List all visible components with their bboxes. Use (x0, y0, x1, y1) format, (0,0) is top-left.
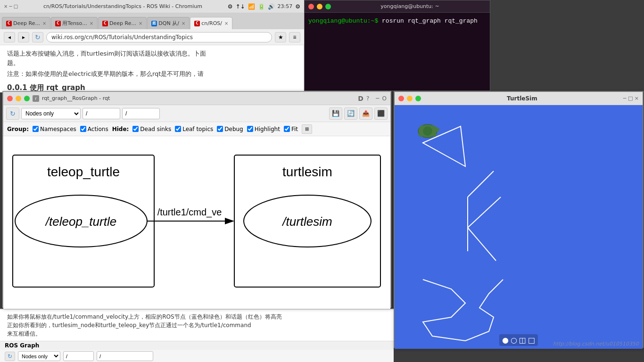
ros-graph-bar: ROS Graph (0, 341, 394, 350)
rqt-info-btn[interactable]: ? (366, 95, 369, 102)
terminal-content: yongqiang@ubuntu:~$ rosrun rqt_graph rqt… (305, 13, 490, 30)
namespaces-checkbox-label[interactable]: Namespaces (33, 126, 76, 132)
tab-5-close[interactable]: × (224, 21, 228, 26)
debug-label: Debug (224, 126, 243, 132)
terminal-titlebar: yongqiang@ubuntu: ~ (305, 0, 490, 13)
bottom-line-2: 正如你所看到的，turtlesim_node和turtle_teleop_key… (7, 321, 387, 329)
tab-1-icon: C (6, 21, 12, 26)
browser-system-icons: ⚙ ↑↓ 📶 🔋 🔊 23:57 ⚙ (228, 3, 300, 10)
debug-checkbox-label[interactable]: Debug (217, 126, 243, 132)
tab-4[interactable]: 图 DQN 从/ × (147, 17, 190, 29)
bottom-line-3: 来互相通信。 (7, 329, 387, 338)
rqt-view-select[interactable]: Nodes only Nodes/Topics (all) Topics onl… (21, 108, 81, 119)
rqt-dock-btn[interactable]: O (382, 95, 387, 102)
rqt-filter2-input[interactable] (122, 108, 160, 119)
rqt-close-btn[interactable] (7, 96, 13, 101)
tab-5-icon: C (194, 21, 200, 26)
fit-checkbox-label[interactable]: Fit (284, 126, 298, 132)
terminal-max-btn[interactable] (325, 4, 331, 9)
tab-3-close[interactable]: × (139, 21, 142, 26)
tab-1[interactable]: C Deep Re... × (2, 17, 50, 29)
bookmark-button[interactable]: ★ (275, 32, 286, 42)
turtlesim-min-btn[interactable] (407, 96, 413, 101)
rqt-export-button[interactable]: 📤 (359, 107, 372, 120)
turtle-trails (423, 126, 503, 341)
dead-sinks-checkbox-label[interactable]: Dead sinks (132, 126, 171, 132)
bottom-filter2[interactable] (97, 351, 153, 361)
control-btn-4[interactable]: □ (528, 336, 535, 345)
browser-content-top: 话题上发布按键输入消息，而turtlesim则订阅该话题以接收该消息。卜面 题。… (0, 45, 304, 92)
debug-checkbox[interactable] (217, 126, 223, 132)
tab-1-close[interactable]: × (42, 21, 46, 26)
rqt-filter1-input[interactable] (83, 108, 120, 119)
graph-svg: teleop_turtle /teleop_turtle turtlesim /… (3, 136, 390, 309)
rqt-max-btn[interactable] (24, 96, 30, 101)
browser-tab-bar: C Deep Re... × C 用Tenso... × C Deep Re..… (0, 13, 304, 29)
ros-graph-label: ROS Graph (5, 342, 39, 349)
tab-2-icon: C (55, 21, 61, 26)
highlight-label: Highlight (255, 126, 280, 132)
rqt-reload-button[interactable]: 🔄 (344, 107, 357, 120)
rqt-save-button[interactable]: 💾 (329, 107, 342, 120)
refresh-button[interactable]: ↻ (32, 32, 43, 42)
highlight-checkbox-label[interactable]: Highlight (247, 126, 280, 132)
turtlesim-canvas: ● ○ ◫ □ http://blog.csdn.net/u010510350 (395, 105, 643, 349)
control-btn-3[interactable]: ◫ (519, 336, 526, 345)
dead-sinks-checkbox[interactable] (132, 126, 139, 132)
leaf-topics-checkbox-label[interactable]: Leaf topics (175, 126, 213, 132)
rqt-help-btn[interactable]: D (358, 95, 363, 102)
bottom-refresh-btn[interactable]: ↻ (5, 352, 15, 361)
tab-3-icon: C (102, 21, 108, 26)
edge-label: /turtle1/cmd_ve (157, 207, 222, 218)
turtlesim-close-btn[interactable] (398, 96, 404, 101)
bottom-line-1: 如果你将鼠标放在/turtle1/command_velocity上方，相应的R… (7, 313, 387, 321)
tab-2-close[interactable]: × (90, 21, 93, 26)
bottom-view-select[interactable]: Nodes only (18, 351, 60, 361)
rqt-snap-button[interactable]: ⬛ (374, 107, 388, 120)
tab-5-active[interactable]: C cn/ROS/ × (190, 17, 232, 29)
bottom-filter1[interactable] (63, 351, 94, 361)
fit-button[interactable]: ⊞ (302, 124, 312, 134)
battery-icon: 🔋 (258, 3, 265, 10)
rqt-titlebar: r rqt_graph__RosGraph - rqt D ? ─ O (3, 92, 390, 105)
namespaces-checkbox[interactable] (33, 126, 39, 132)
svg-line-3 (468, 171, 494, 197)
browser-nav-bar: ◂ ▸ ↻ wiki.ros.org/cn/ROS/Tutorials/Unde… (0, 29, 304, 45)
tab-3[interactable]: C Deep Re... × (98, 17, 147, 29)
rqt-float-btn[interactable]: ─ (376, 95, 379, 102)
control-btn-1[interactable]: ● (502, 336, 509, 345)
actions-label: Actions (88, 126, 108, 132)
dead-sinks-label: Dead sinks (140, 126, 171, 132)
actions-checkbox-label[interactable]: Actions (80, 126, 108, 132)
fit-checkbox[interactable] (284, 126, 290, 132)
tab-2[interactable]: C 用Tenso... × (51, 17, 98, 29)
turtlesim-resize-btn[interactable]: ─ □ × (623, 95, 639, 101)
rqt-min-btn[interactable] (16, 96, 21, 101)
tab-4-close[interactable]: × (182, 21, 185, 26)
turtlesim-title-text: TurtleSim (424, 95, 620, 102)
tab-5-label: cn/ROS/ (201, 20, 222, 26)
settings-icon: ⚙ (295, 3, 300, 10)
tab-4-label: DQN 从/ (158, 20, 179, 27)
menu-button[interactable]: ≡ (289, 32, 300, 42)
terminal-min-btn[interactable] (317, 4, 322, 9)
address-bar[interactable]: wiki.ros.org/cn/ROS/Tutorials/Understand… (46, 32, 272, 42)
control-btn-2[interactable]: ○ (511, 336, 517, 345)
browser-title-text: cn/ROS/Tutorials/UnderstandingTopics - R… (22, 3, 223, 9)
svg-line-5 (468, 228, 496, 261)
leaf-topics-checkbox[interactable] (175, 126, 181, 132)
bottom-browser-area: 如果你将鼠标放在/turtle1/command_velocity上方，相应的R… (0, 309, 394, 362)
back-button[interactable]: ◂ (4, 32, 15, 42)
turtlesim-max-btn[interactable] (415, 96, 421, 101)
bottom-rqt-bar: ↻ Nodes only (0, 350, 394, 362)
rqt-refresh-button[interactable]: ↻ (6, 107, 19, 120)
terminal-close-btn[interactable] (308, 4, 314, 9)
group-label: Group: (7, 126, 29, 132)
actions-checkbox[interactable] (80, 126, 86, 132)
wifi-icon: 📶 (248, 3, 255, 10)
clock: 23:57 (278, 3, 293, 9)
highlight-checkbox[interactable] (247, 126, 253, 132)
forward-button[interactable]: ▸ (18, 32, 29, 42)
hide-label: Hide: (112, 126, 129, 132)
note-label: 注意： (7, 70, 25, 77)
